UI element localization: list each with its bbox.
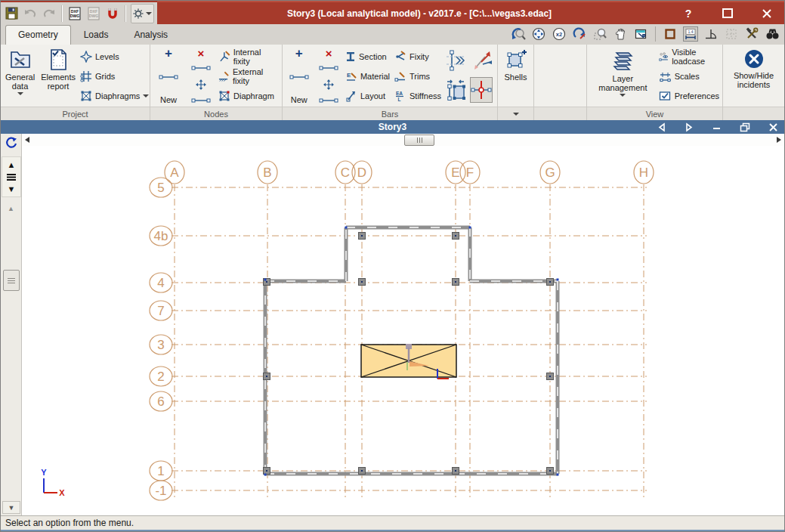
section-icon: [345, 51, 356, 63]
previous-story-button[interactable]: [657, 122, 666, 132]
layer-management-button[interactable]: Layer management: [590, 47, 656, 106]
vertical-scrollbar-thumb[interactable]: [3, 270, 20, 291]
view-splitter-handle[interactable]: [404, 135, 434, 146]
elements-report-button[interactable]: Elements report: [39, 47, 77, 106]
internal-fixity-button[interactable]: Internal fixity: [218, 48, 279, 65]
trims-button[interactable]: Trims: [394, 68, 441, 85]
section-box-button[interactable]: [663, 26, 678, 42]
tab-geometry[interactable]: Geometry: [5, 25, 71, 45]
redo-icon: [42, 8, 56, 19]
redo-button[interactable]: [41, 5, 57, 23]
general-data-button[interactable]: General data: [4, 47, 36, 106]
scroll-up-button[interactable]: ▲: [1, 205, 21, 212]
pan-hand-icon: [613, 27, 627, 41]
plus-icon: +: [165, 48, 172, 59]
tab-row: Geometry Loads Analysis x2: [1, 24, 784, 45]
scroll-down-button[interactable]: ▼: [2, 501, 20, 514]
layout-button[interactable]: Layout: [345, 88, 391, 104]
svg-text:1: 1: [157, 464, 164, 478]
dropdown-arrow-icon[interactable]: [513, 113, 519, 116]
save-button[interactable]: [4, 5, 20, 23]
story-plan-drawing[interactable]: ABCDEFGH54b473261-1YX: [22, 146, 784, 515]
story-down-button[interactable]: ▼: [3, 183, 20, 195]
scales-label: Scales: [675, 72, 700, 81]
undo-button[interactable]: [23, 5, 39, 23]
svg-text:2: 2: [157, 370, 164, 384]
move-node-button[interactable]: [195, 79, 207, 91]
visible-loadcase-icon: [659, 51, 669, 63]
bar-direction-button[interactable]: [470, 48, 493, 73]
minimize-subwindow-button[interactable]: [712, 122, 722, 132]
dxf-export-button[interactable]: DXFDWG: [86, 5, 102, 23]
dropdown-arrow-icon: [17, 92, 23, 95]
angle-button[interactable]: [703, 26, 719, 42]
drawing-canvas[interactable]: ABCDEFGH54b473261-1YX: [22, 146, 784, 515]
material-icon: E: [345, 70, 357, 82]
layer-management-label: Layer management: [592, 74, 654, 92]
zoom-x2-button[interactable]: x2: [552, 26, 567, 42]
new-bar-button[interactable]: + New: [286, 47, 312, 106]
show-hide-incidents-label: Show/Hide incidents: [728, 71, 780, 89]
zoom-window-button[interactable]: [592, 26, 607, 42]
redraw-icon: [573, 27, 587, 42]
zoom-fit-button[interactable]: [531, 26, 546, 42]
rotate-view-button[interactable]: [3, 135, 20, 150]
redraw-button[interactable]: [572, 26, 587, 42]
stiffness-button[interactable]: EAL Stiffness: [394, 88, 441, 104]
tools-button[interactable]: [744, 26, 759, 42]
preferences-button[interactable]: Preferences: [659, 88, 719, 104]
diaphragm-label: Diaphragm: [233, 91, 274, 101]
material-button[interactable]: E Material: [345, 68, 391, 85]
svg-text:X: X: [59, 488, 65, 497]
maximize-button[interactable]: [721, 7, 734, 20]
svg-text:A: A: [170, 165, 179, 180]
dxf-import-button[interactable]: DXFDWG: [67, 5, 83, 23]
ribbon: General data Elements report Levels Grid…: [1, 45, 784, 121]
bar-fixity-button[interactable]: Fixity: [394, 48, 441, 65]
new-node-button[interactable]: + New: [153, 47, 184, 106]
shrink-bars-button[interactable]: [444, 77, 467, 103]
show-hide-incidents-button[interactable]: Show/Hide incidents: [727, 47, 781, 106]
previous-view-button[interactable]: [633, 26, 648, 42]
next-story-button[interactable]: [685, 122, 694, 132]
divide-bars-button[interactable]: [444, 48, 467, 73]
raster-button[interactable]: [724, 26, 739, 42]
display-settings-button[interactable]: [131, 4, 154, 23]
external-fixity-button[interactable]: External fixity: [218, 68, 279, 85]
find-button[interactable]: [765, 26, 780, 42]
pan-button[interactable]: [613, 26, 628, 42]
help-button[interactable]: ?: [681, 7, 695, 20]
story-up-button[interactable]: ▲: [3, 159, 20, 171]
story-list-button[interactable]: [3, 171, 20, 183]
general-data-label: General data: [5, 73, 35, 91]
divide-bars-icon: [446, 50, 465, 71]
restore-subwindow-button[interactable]: [740, 122, 750, 132]
scroll-right-button[interactable]: [777, 137, 781, 143]
snap-magnet-button[interactable]: [104, 5, 120, 23]
tab-loads[interactable]: Loads: [71, 25, 122, 45]
delete-node-button[interactable]: ×: [198, 48, 205, 58]
tab-analysis[interactable]: Analysis: [121, 25, 181, 45]
diaphragm-button[interactable]: Diaphragm: [218, 88, 279, 104]
close-subwindow-button[interactable]: [768, 122, 778, 132]
toolbar-separator: [61, 5, 63, 22]
subwindow-titlebar: Story3: [1, 120, 784, 134]
scales-button[interactable]: Scales: [659, 68, 719, 85]
bar-local-axes-icon: [471, 79, 492, 101]
delete-bar-button[interactable]: ×: [326, 48, 332, 58]
scroll-left-button[interactable]: [25, 137, 29, 143]
grids-button[interactable]: Grids: [80, 68, 149, 85]
bar-local-axes-toggle[interactable]: [470, 77, 493, 103]
diaphragms-button[interactable]: Diaphragms: [80, 88, 149, 104]
tools-icon: [745, 27, 759, 41]
visible-loadcase-button[interactable]: Visible loadcase: [659, 48, 719, 65]
close-button[interactable]: [760, 7, 774, 20]
section-button[interactable]: Section: [345, 48, 391, 65]
svg-text:4: 4: [157, 276, 164, 290]
shells-button[interactable]: Shells: [501, 47, 530, 106]
zoom-previous-button[interactable]: [511, 26, 526, 42]
dimensions-button[interactable]: 1.4: [683, 26, 698, 42]
levels-button[interactable]: Levels: [80, 48, 149, 65]
ribbon-group-bars: + New × Section E: [283, 45, 498, 120]
move-bar-button[interactable]: [323, 79, 335, 91]
